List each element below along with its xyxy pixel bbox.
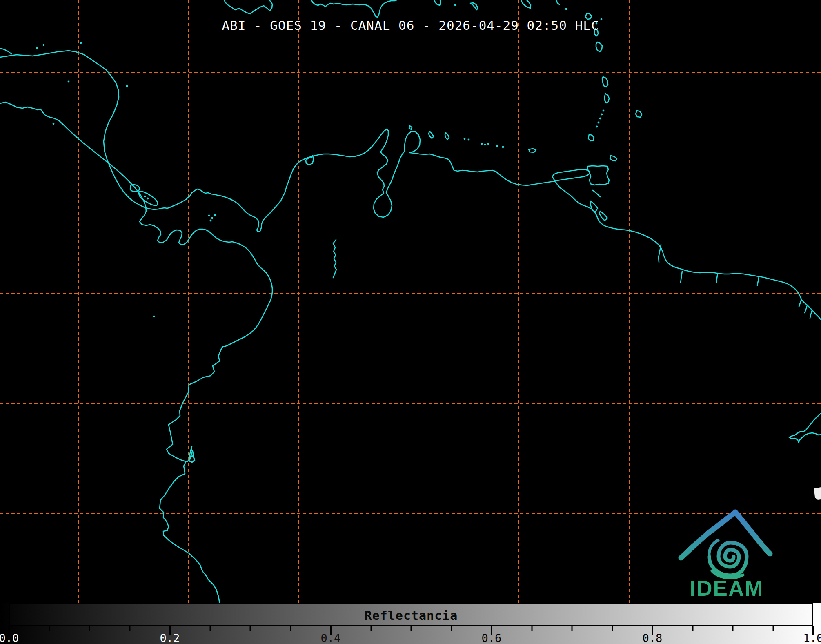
satellite-viewer: ABI - GOES 19 - CANAL 06 - 2026-04-29 02…	[0, 0, 821, 644]
coastline-path	[681, 271, 682, 283]
coastline-path	[0, 51, 821, 320]
coastline-path	[599, 211, 607, 221]
coastline-path	[0, 48, 11, 54]
island-dot	[68, 81, 70, 83]
island-dot	[481, 143, 483, 145]
island-dot	[53, 123, 55, 125]
island-dot	[214, 214, 216, 216]
coastline-path	[587, 166, 609, 185]
colorbar-minor-tick	[209, 626, 211, 631]
coastline-path	[311, 0, 397, 17]
coastline-path	[805, 305, 807, 313]
coastline-path	[588, 134, 594, 141]
colorbar-gradient-bar: Reflectancia	[9, 603, 813, 626]
coastline-path	[470, 3, 478, 10]
colorbar-minor-tick	[411, 626, 412, 631]
island-dot	[43, 44, 45, 46]
coastline-path	[521, 0, 531, 8]
colorbar-minor-tick	[732, 626, 734, 631]
colorbar-minor-tick	[772, 626, 774, 631]
island-dot	[147, 198, 149, 200]
island-dot	[80, 42, 82, 44]
coastline-path	[602, 77, 608, 87]
colorbar-minor-tick	[531, 626, 532, 631]
coastline-path	[636, 111, 642, 117]
island-dot	[484, 144, 486, 146]
coastline-path	[409, 126, 412, 129]
coastline-path	[659, 245, 661, 262]
coastline-path	[605, 94, 609, 103]
colorbar-tick-label: 0.2	[160, 632, 180, 644]
colorbar-minor-tick	[89, 626, 90, 631]
colorbar-label: Reflectancia	[10, 608, 812, 623]
colorbar-minor-tick	[290, 626, 291, 631]
island-dot	[454, 4, 456, 6]
cloud-bright-patch	[814, 487, 821, 500]
colorbar-tick-label: 0.0	[0, 632, 19, 644]
coastline-path	[716, 273, 718, 283]
colorbar-minor-tick	[370, 626, 372, 631]
ideam-logo: IDEAM	[670, 504, 784, 604]
coastline-path	[333, 240, 336, 278]
colorbar-tick-label: 0.4	[321, 632, 341, 644]
coastline-path	[0, 102, 272, 603]
coastline-path	[529, 149, 536, 152]
colorbar-minor-tick	[250, 626, 251, 631]
colorbar-strip: Reflectancia 0.00.20.40.60.81.0	[0, 603, 821, 644]
island-dot	[603, 110, 605, 112]
island-dot	[598, 122, 600, 124]
ideam-logo-text: IDEAM	[670, 576, 784, 601]
colorbar-tick-label: 1.0	[803, 632, 821, 644]
coastline-path	[596, 42, 602, 52]
island-dot	[153, 316, 155, 318]
coastline-path	[429, 131, 434, 138]
colorbar-tick-label: 0.8	[643, 632, 663, 644]
coastline-path	[810, 310, 812, 318]
island-dot	[36, 47, 38, 49]
coastline-path	[224, 0, 272, 14]
island-dot	[126, 85, 128, 87]
island-dot	[144, 196, 146, 198]
colorbar-minor-tick	[49, 626, 50, 631]
coastline-path	[590, 201, 598, 212]
island-dot	[210, 220, 212, 222]
coastline-path	[434, 0, 441, 5]
colorbar-minor-tick	[692, 626, 693, 631]
coastline-path	[799, 299, 801, 307]
island-dot	[601, 114, 603, 116]
coastline-path	[789, 413, 821, 443]
island-dot	[208, 215, 210, 217]
colorbar-minor-tick	[451, 626, 452, 631]
island-dot	[468, 139, 470, 141]
island-dot	[565, 8, 567, 10]
island-dot	[599, 118, 601, 120]
island-dot	[496, 145, 498, 147]
coastline-path	[593, 190, 600, 197]
coastline-path	[445, 133, 449, 140]
island-dot	[487, 143, 489, 145]
island-dot	[596, 126, 598, 128]
coastline-path	[556, 0, 559, 4]
colorbar-tick-label: 0.6	[482, 632, 502, 644]
product-title: ABI - GOES 19 - CANAL 06 - 2026-04-29 02…	[0, 18, 821, 33]
island-dot	[464, 138, 466, 140]
coastline-path	[610, 156, 617, 161]
colorbar-minor-tick	[129, 626, 130, 631]
island-dot	[211, 217, 214, 219]
colorbar-minor-tick	[572, 626, 573, 631]
coastline-path	[757, 276, 759, 285]
colorbar-minor-tick	[612, 626, 613, 631]
island-dot	[502, 146, 504, 148]
